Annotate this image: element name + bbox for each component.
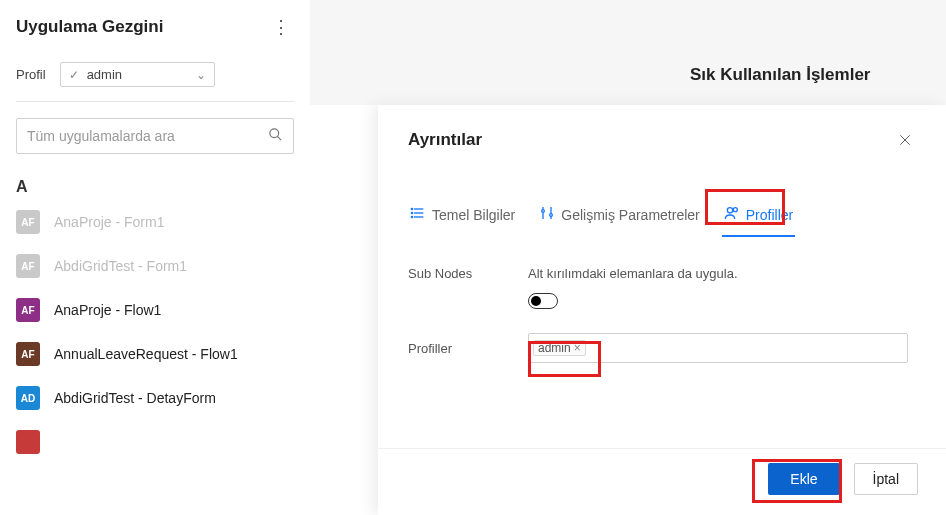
details-modal: Ayrıntılar Temel Bilgiler Gelişmiş Param… [378,105,946,515]
favorites-title: Sık Kullanılan İşlemler [690,65,870,85]
toggle-knob [531,296,541,306]
app-badge-icon: AF [16,254,40,278]
list-item[interactable]: AF AbdiGridTest - Form1 [16,254,294,278]
app-label: AbdiGridTest - DetayForm [54,390,216,406]
app-badge-icon [16,430,40,454]
app-badge-icon: AD [16,386,40,410]
search-input[interactable] [27,128,268,144]
profile-tag: admin × [533,340,586,356]
tab-basic-label: Temel Bilgiler [432,207,515,223]
app-label: AnaProje - Flow1 [54,302,161,318]
sub-nodes-toggle[interactable] [528,293,558,309]
tab-profiles-label: Profiller [746,207,793,223]
list-icon [410,205,426,224]
app-label: AnaProje - Form1 [54,214,164,230]
modal-footer: Ekle İptal [378,448,946,515]
tabs: Temel Bilgiler Gelişmiş Parametreler Pro… [378,151,946,228]
search-box[interactable] [16,118,294,154]
sliders-icon [539,205,555,224]
main-header-bg [310,0,946,105]
users-icon [724,205,740,224]
app-list: AF AnaProje - Form1 AF AbdiGridTest - Fo… [16,210,294,454]
sub-nodes-label: Sub Nodes [408,266,528,281]
list-item[interactable] [16,430,294,454]
tab-advanced-label: Gelişmiş Parametreler [561,207,699,223]
profile-tag-text: admin [538,341,571,355]
profile-value: admin [87,67,188,82]
tag-remove-icon[interactable]: × [574,341,581,355]
checkmark-icon: ✓ [69,68,79,82]
sidebar-title: Uygulama Gezgini [16,17,163,37]
svg-point-15 [733,208,737,212]
profiles-input[interactable]: admin × [528,333,908,363]
profile-select[interactable]: ✓ admin ⌄ [60,62,215,87]
list-item[interactable]: AF AnaProje - Form1 [16,210,294,234]
search-icon [268,127,283,145]
cancel-button[interactable]: İptal [854,463,918,495]
svg-line-1 [277,136,281,140]
app-badge-icon: AF [16,210,40,234]
modal-title: Ayrıntılar [408,130,482,150]
list-item[interactable]: AD AbdiGridTest - DetayForm [16,386,294,410]
divider [16,101,294,102]
svg-point-11 [542,210,545,213]
sidebar: Uygulama Gezgini ⋮ Profil ✓ admin ⌄ A AF… [0,0,310,515]
app-badge-icon: AF [16,342,40,366]
app-badge-icon: AF [16,298,40,322]
list-item[interactable]: AF AnnualLeaveRequest - Flow1 [16,342,294,366]
add-button[interactable]: Ekle [768,463,839,495]
chevron-down-icon: ⌄ [196,68,206,82]
section-header: A [16,178,294,196]
profile-label: Profil [16,67,46,82]
app-label: AbdiGridTest - Form1 [54,258,187,274]
tab-advanced[interactable]: Gelişmiş Parametreler [537,201,701,228]
app-label: AnnualLeaveRequest - Flow1 [54,346,238,362]
svg-point-13 [550,214,553,217]
svg-point-14 [727,208,732,213]
tab-basic[interactable]: Temel Bilgiler [408,201,517,228]
close-icon[interactable] [894,129,916,151]
svg-point-7 [411,208,412,209]
sub-nodes-desc: Alt kırılımdaki elemanlara da uygula. [528,266,738,281]
svg-point-0 [270,129,279,138]
ellipsis-icon[interactable]: ⋮ [268,14,294,40]
profiles-field-label: Profiller [408,341,528,356]
svg-point-8 [411,212,412,213]
list-item[interactable]: AF AnaProje - Flow1 [16,298,294,322]
tab-profiles[interactable]: Profiller [722,201,795,228]
svg-point-9 [411,216,412,217]
